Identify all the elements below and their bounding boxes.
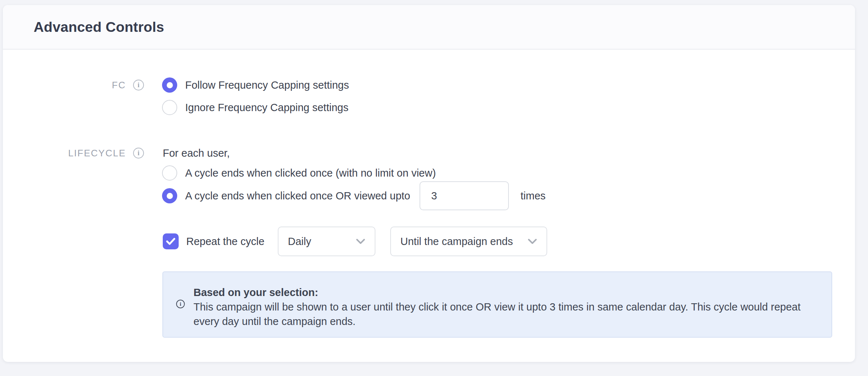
frequency-select[interactable]: Daily <box>278 227 375 256</box>
radio-click-only[interactable] <box>162 165 177 181</box>
radio-click-or-view-label[interactable]: A cycle ends when clicked once OR viewed… <box>185 190 410 202</box>
lifecycle-section-label: LIFECYCLE <box>3 148 126 159</box>
summary-heading: Based on your selection: <box>193 285 814 300</box>
summary-content: Based on your selection: This campaign w… <box>193 285 814 329</box>
frequency-select-value: Daily <box>288 236 311 248</box>
fc-option-ignore[interactable]: Ignore Frequency Capping settings <box>162 100 348 115</box>
radio-click-or-view[interactable] <box>162 188 177 203</box>
chevron-down-icon <box>356 238 365 244</box>
duration-select-value: Until the campaign ends <box>400 236 513 248</box>
selection-summary-box: i Based on your selection: This campaign… <box>162 271 832 338</box>
view-count-input[interactable] <box>420 181 509 210</box>
lifecycle-info-icon[interactable]: i <box>133 148 144 159</box>
repeat-cycle-label[interactable]: Repeat the cycle <box>186 236 264 248</box>
fc-option-follow[interactable]: Follow Frequency Capping settings <box>162 77 349 93</box>
chevron-down-icon <box>528 238 537 244</box>
summary-info-icon: i <box>176 300 185 308</box>
times-label: times <box>520 190 545 202</box>
checkmark-icon <box>166 237 175 245</box>
duration-select[interactable]: Until the campaign ends <box>390 227 547 256</box>
advanced-controls-card: Advanced Controls FC i Follow Frequency … <box>3 5 855 362</box>
fc-info-icon[interactable]: i <box>133 80 144 90</box>
summary-body: This campaign will be shown to a user un… <box>193 300 814 329</box>
radio-click-only-label[interactable]: A cycle ends when clicked once (with no … <box>185 167 436 179</box>
lifecycle-option-click-or-view[interactable]: A cycle ends when clicked once OR viewed… <box>162 181 546 210</box>
radio-ignore-fc[interactable] <box>162 100 177 115</box>
card-header: Advanced Controls <box>3 5 855 50</box>
radio-follow-fc-label[interactable]: Follow Frequency Capping settings <box>185 79 349 91</box>
page-title: Advanced Controls <box>34 19 164 35</box>
repeat-cycle-checkbox[interactable] <box>163 233 179 249</box>
fc-section-label: FC <box>3 80 126 91</box>
radio-ignore-fc-label[interactable]: Ignore Frequency Capping settings <box>185 102 348 114</box>
lifecycle-option-click-only[interactable]: A cycle ends when clicked once (with no … <box>162 165 436 181</box>
repeat-cycle-row: Repeat the cycle Daily Until the campaig… <box>163 227 547 256</box>
radio-follow-fc[interactable] <box>162 77 177 93</box>
lifecycle-intro: For each user, <box>163 148 230 159</box>
